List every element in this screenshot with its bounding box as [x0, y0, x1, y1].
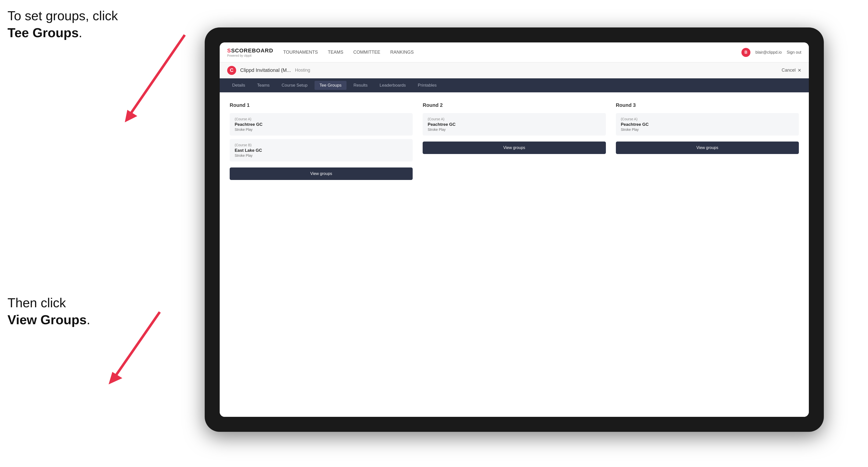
breadcrumb-title: Clippd Invitational (M...	[240, 67, 291, 73]
round-2-course-a-card: (Course A) Peachtree GC Stroke Play	[423, 113, 606, 135]
round-3-course-a-label: (Course A)	[621, 117, 794, 121]
breadcrumb-hosting: Hosting	[295, 68, 310, 73]
round-1-course-a-format: Stroke Play	[235, 128, 408, 131]
round-1-view-groups-button[interactable]: View groups	[230, 167, 413, 180]
logo-icon: S	[227, 48, 231, 54]
cancel-label: Cancel	[782, 68, 796, 73]
round-3-view-groups-button[interactable]: View groups	[616, 142, 799, 154]
tab-details[interactable]: Details	[227, 81, 250, 90]
round-1-column: Round 1 (Course A) Peachtree GC Stroke P…	[230, 102, 413, 180]
round-1-course-a-card: (Course A) Peachtree GC Stroke Play	[230, 113, 413, 135]
round-1-course-b-label: (Course B)	[235, 143, 408, 147]
round-2-column: Round 2 (Course A) Peachtree GC Stroke P…	[423, 102, 606, 154]
top-nav: SSCOREBOARD Powered by clippit TOURNAMEN…	[220, 42, 809, 62]
breadcrumb-c-icon: C	[227, 66, 236, 75]
nav-links: TOURNAMENTS TEAMS COMMITTEE RANKINGS	[283, 48, 742, 57]
instruction-top-suffix: .	[79, 26, 82, 40]
round-3-course-a-name: Peachtree GC	[621, 122, 794, 127]
round-2-course-a-name: Peachtree GC	[428, 122, 601, 127]
round-3-column: Round 3 (Course A) Peachtree GC Stroke P…	[616, 102, 799, 154]
nav-rankings[interactable]: RANKINGS	[390, 48, 414, 57]
instruction-top: To set groups, click Tee Groups.	[7, 7, 118, 41]
rounds-container: Round 1 (Course A) Peachtree GC Stroke P…	[230, 102, 799, 180]
tab-teams[interactable]: Teams	[252, 81, 275, 90]
svg-line-2	[115, 312, 160, 377]
tablet-device: SSCOREBOARD Powered by clippit TOURNAMEN…	[205, 27, 824, 432]
user-email: blair@clippd.io	[755, 50, 782, 55]
logo-main: SCOREBOARD	[231, 48, 273, 54]
round-1-course-a-name: Peachtree GC	[235, 122, 408, 127]
cancel-x-icon: ✕	[798, 68, 801, 73]
arrow-to-view-groups	[95, 305, 190, 390]
tab-leaderboards[interactable]: Leaderboards	[375, 81, 411, 90]
nav-committee[interactable]: COMMITTEE	[353, 48, 380, 57]
round-1-title: Round 1	[230, 102, 413, 108]
round-1-course-b-card: (Course B) East Lake GC Stroke Play	[230, 139, 413, 161]
logo-text: SSCOREBOARD	[227, 48, 273, 54]
svg-line-0	[130, 35, 185, 115]
round-1-course-b-format: Stroke Play	[235, 154, 408, 157]
tab-tee-groups[interactable]: Tee Groups	[314, 81, 346, 90]
sign-out-link[interactable]: Sign out	[786, 50, 801, 55]
tab-printables[interactable]: Printables	[413, 81, 442, 90]
nav-tournaments[interactable]: TOURNAMENTS	[283, 48, 318, 57]
instruction-bottom: Then click View Groups.	[7, 294, 90, 328]
tablet-screen: SSCOREBOARD Powered by clippit TOURNAMEN…	[220, 42, 809, 417]
logo-sub: Powered by clippit	[227, 54, 273, 57]
instruction-top-line1: To set groups, click	[7, 8, 118, 23]
arrow-to-tee-groups	[110, 30, 215, 125]
round-3-course-a-format: Stroke Play	[621, 128, 794, 131]
svg-marker-3	[108, 372, 122, 384]
round-1-course-b-name: East Lake GC	[235, 148, 408, 153]
round-3-title: Round 3	[616, 102, 799, 108]
logo-area: SSCOREBOARD Powered by clippit	[227, 48, 273, 57]
cancel-button[interactable]: Cancel ✕	[782, 68, 801, 73]
breadcrumb-left: C Clippd Invitational (M... Hosting	[227, 66, 310, 75]
round-2-course-a-format: Stroke Play	[428, 128, 601, 131]
main-content: Round 1 (Course A) Peachtree GC Stroke P…	[220, 92, 809, 417]
round-2-view-groups-button[interactable]: View groups	[423, 142, 606, 154]
round-2-course-a-label: (Course A)	[428, 117, 601, 121]
tab-results[interactable]: Results	[348, 81, 373, 90]
instruction-top-tee-groups: Tee Groups	[7, 26, 79, 40]
nav-right: B blair@clippd.io Sign out	[741, 48, 801, 57]
user-avatar: B	[741, 48, 750, 57]
instruction-bottom-suffix: .	[87, 312, 90, 327]
tab-course-setup[interactable]: Course Setup	[277, 81, 313, 90]
nav-teams[interactable]: TEAMS	[328, 48, 343, 57]
instruction-bottom-view-groups: View Groups	[7, 312, 87, 327]
sub-nav: Details Teams Course Setup Tee Groups Re…	[220, 79, 809, 92]
round-1-course-a-label: (Course A)	[235, 117, 408, 121]
breadcrumb-bar: C Clippd Invitational (M... Hosting Canc…	[220, 62, 809, 79]
instruction-bottom-line1: Then click	[7, 295, 66, 310]
round-3-course-a-card: (Course A) Peachtree GC Stroke Play	[616, 113, 799, 135]
round-2-title: Round 2	[423, 102, 606, 108]
